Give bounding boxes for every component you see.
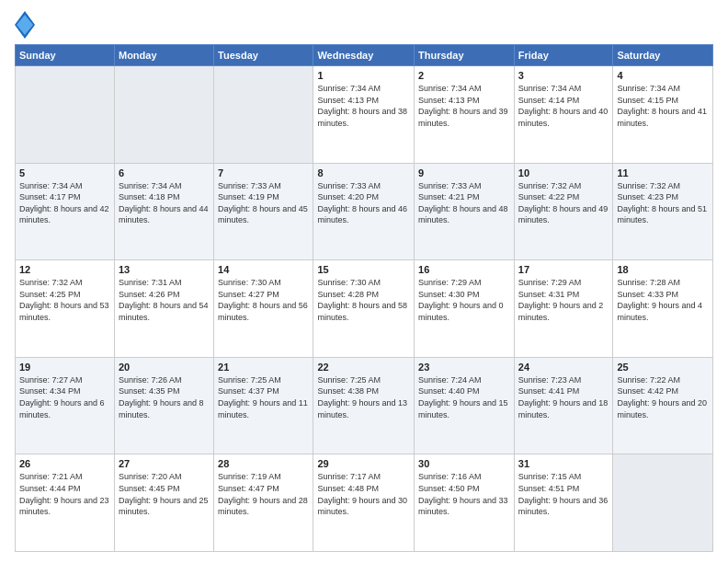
day-info: Sunrise: 7:33 AM Sunset: 4:20 PM Dayligh… (317, 180, 410, 226)
day-info: Sunrise: 7:17 AM Sunset: 4:48 PM Dayligh… (317, 471, 410, 517)
calendar-cell: 13Sunrise: 7:31 AM Sunset: 4:26 PM Dayli… (114, 260, 213, 358)
day-info: Sunrise: 7:30 AM Sunset: 4:27 PM Dayligh… (218, 277, 309, 323)
day-number: 5 (19, 167, 110, 178)
day-info: Sunrise: 7:22 AM Sunset: 4:42 PM Dayligh… (617, 374, 709, 420)
day-number: 7 (218, 167, 309, 178)
day-info: Sunrise: 7:15 AM Sunset: 4:51 PM Dayligh… (518, 471, 609, 517)
day-number: 14 (218, 264, 309, 275)
weekday-header-row: SundayMondayTuesdayWednesdayThursdayFrid… (16, 45, 713, 66)
day-number: 29 (317, 458, 410, 469)
weekday-header-monday: Monday (114, 45, 213, 66)
svg-marker-1 (17, 15, 33, 35)
calendar-cell (16, 66, 115, 164)
day-number: 4 (617, 70, 709, 81)
day-number: 9 (418, 167, 510, 178)
day-info: Sunrise: 7:32 AM Sunset: 4:25 PM Dayligh… (19, 277, 110, 323)
day-number: 8 (317, 167, 410, 178)
calendar-table: SundayMondayTuesdayWednesdayThursdayFrid… (15, 44, 713, 552)
day-number: 20 (119, 362, 210, 373)
page: SundayMondayTuesdayWednesdayThursdayFrid… (0, 0, 728, 563)
day-number: 16 (418, 264, 510, 275)
week-row-1: 1Sunrise: 7:34 AM Sunset: 4:13 PM Daylig… (16, 66, 713, 164)
day-info: Sunrise: 7:31 AM Sunset: 4:26 PM Dayligh… (119, 277, 210, 323)
day-info: Sunrise: 7:19 AM Sunset: 4:47 PM Dayligh… (218, 471, 309, 517)
day-info: Sunrise: 7:34 AM Sunset: 4:18 PM Dayligh… (119, 180, 210, 226)
weekday-header-saturday: Saturday (613, 45, 713, 66)
day-info: Sunrise: 7:34 AM Sunset: 4:13 PM Dayligh… (418, 83, 510, 129)
day-info: Sunrise: 7:32 AM Sunset: 4:22 PM Dayligh… (518, 180, 609, 226)
day-info: Sunrise: 7:34 AM Sunset: 4:13 PM Dayligh… (317, 83, 410, 129)
day-info: Sunrise: 7:32 AM Sunset: 4:23 PM Dayligh… (617, 180, 709, 226)
day-number: 27 (119, 458, 210, 469)
calendar-cell: 19Sunrise: 7:27 AM Sunset: 4:34 PM Dayli… (16, 357, 115, 454)
day-number: 1 (317, 70, 410, 81)
calendar-cell: 25Sunrise: 7:22 AM Sunset: 4:42 PM Dayli… (613, 357, 713, 454)
calendar-cell: 10Sunrise: 7:32 AM Sunset: 4:22 PM Dayli… (514, 163, 613, 260)
day-number: 19 (19, 362, 110, 373)
day-number: 26 (19, 458, 110, 469)
day-info: Sunrise: 7:23 AM Sunset: 4:41 PM Dayligh… (518, 374, 609, 420)
day-number: 23 (418, 362, 510, 373)
day-info: Sunrise: 7:30 AM Sunset: 4:28 PM Dayligh… (317, 277, 410, 323)
calendar-cell (613, 454, 713, 552)
calendar-cell: 5Sunrise: 7:34 AM Sunset: 4:17 PM Daylig… (16, 163, 115, 260)
day-number: 25 (617, 362, 709, 373)
day-number: 3 (518, 70, 609, 81)
day-number: 31 (518, 458, 609, 469)
calendar-cell: 16Sunrise: 7:29 AM Sunset: 4:30 PM Dayli… (415, 260, 515, 358)
day-number: 10 (518, 167, 609, 178)
day-number: 6 (119, 167, 210, 178)
logo (15, 11, 37, 37)
calendar: SundayMondayTuesdayWednesdayThursdayFrid… (15, 44, 713, 552)
calendar-cell: 6Sunrise: 7:34 AM Sunset: 4:18 PM Daylig… (114, 163, 213, 260)
calendar-cell: 14Sunrise: 7:30 AM Sunset: 4:27 PM Dayli… (214, 260, 313, 358)
calendar-cell: 1Sunrise: 7:34 AM Sunset: 4:13 PM Daylig… (313, 66, 415, 164)
day-info: Sunrise: 7:34 AM Sunset: 4:17 PM Dayligh… (19, 180, 110, 226)
weekday-header-thursday: Thursday (415, 45, 515, 66)
calendar-cell: 7Sunrise: 7:33 AM Sunset: 4:19 PM Daylig… (214, 163, 313, 260)
calendar-cell: 8Sunrise: 7:33 AM Sunset: 4:20 PM Daylig… (313, 163, 415, 260)
calendar-cell: 23Sunrise: 7:24 AM Sunset: 4:40 PM Dayli… (415, 357, 515, 454)
day-number: 21 (218, 362, 309, 373)
calendar-cell: 27Sunrise: 7:20 AM Sunset: 4:45 PM Dayli… (114, 454, 213, 552)
day-info: Sunrise: 7:33 AM Sunset: 4:21 PM Dayligh… (418, 180, 510, 226)
header (15, 11, 713, 37)
week-row-5: 26Sunrise: 7:21 AM Sunset: 4:44 PM Dayli… (16, 454, 713, 552)
day-number: 2 (418, 70, 510, 81)
day-number: 15 (317, 264, 410, 275)
calendar-cell (114, 66, 213, 164)
day-number: 17 (518, 264, 609, 275)
calendar-cell: 28Sunrise: 7:19 AM Sunset: 4:47 PM Dayli… (214, 454, 313, 552)
day-info: Sunrise: 7:24 AM Sunset: 4:40 PM Dayligh… (418, 374, 510, 420)
calendar-cell: 29Sunrise: 7:17 AM Sunset: 4:48 PM Dayli… (313, 454, 415, 552)
calendar-cell: 15Sunrise: 7:30 AM Sunset: 4:28 PM Dayli… (313, 260, 415, 358)
day-info: Sunrise: 7:20 AM Sunset: 4:45 PM Dayligh… (119, 471, 210, 517)
day-info: Sunrise: 7:26 AM Sunset: 4:35 PM Dayligh… (119, 374, 210, 420)
day-number: 13 (119, 264, 210, 275)
day-info: Sunrise: 7:16 AM Sunset: 4:50 PM Dayligh… (418, 471, 510, 517)
day-number: 28 (218, 458, 309, 469)
calendar-cell: 3Sunrise: 7:34 AM Sunset: 4:14 PM Daylig… (514, 66, 613, 164)
day-number: 22 (317, 362, 410, 373)
calendar-cell: 22Sunrise: 7:25 AM Sunset: 4:38 PM Dayli… (313, 357, 415, 454)
day-number: 24 (518, 362, 609, 373)
calendar-cell: 26Sunrise: 7:21 AM Sunset: 4:44 PM Dayli… (16, 454, 115, 552)
calendar-cell: 21Sunrise: 7:25 AM Sunset: 4:37 PM Dayli… (214, 357, 313, 454)
calendar-cell (214, 66, 313, 164)
week-row-3: 12Sunrise: 7:32 AM Sunset: 4:25 PM Dayli… (16, 260, 713, 358)
calendar-cell: 17Sunrise: 7:29 AM Sunset: 4:31 PM Dayli… (514, 260, 613, 358)
day-info: Sunrise: 7:27 AM Sunset: 4:34 PM Dayligh… (19, 374, 110, 420)
day-number: 18 (617, 264, 709, 275)
day-info: Sunrise: 7:34 AM Sunset: 4:14 PM Dayligh… (518, 83, 609, 129)
day-info: Sunrise: 7:33 AM Sunset: 4:19 PM Dayligh… (218, 180, 309, 226)
day-info: Sunrise: 7:29 AM Sunset: 4:31 PM Dayligh… (518, 277, 609, 323)
calendar-cell: 9Sunrise: 7:33 AM Sunset: 4:21 PM Daylig… (415, 163, 515, 260)
week-row-4: 19Sunrise: 7:27 AM Sunset: 4:34 PM Dayli… (16, 357, 713, 454)
day-info: Sunrise: 7:25 AM Sunset: 4:38 PM Dayligh… (317, 374, 410, 420)
week-row-2: 5Sunrise: 7:34 AM Sunset: 4:17 PM Daylig… (16, 163, 713, 260)
weekday-header-wednesday: Wednesday (313, 45, 415, 66)
calendar-cell: 24Sunrise: 7:23 AM Sunset: 4:41 PM Dayli… (514, 357, 613, 454)
calendar-cell: 12Sunrise: 7:32 AM Sunset: 4:25 PM Dayli… (16, 260, 115, 358)
calendar-cell: 20Sunrise: 7:26 AM Sunset: 4:35 PM Dayli… (114, 357, 213, 454)
calendar-cell: 2Sunrise: 7:34 AM Sunset: 4:13 PM Daylig… (415, 66, 515, 164)
